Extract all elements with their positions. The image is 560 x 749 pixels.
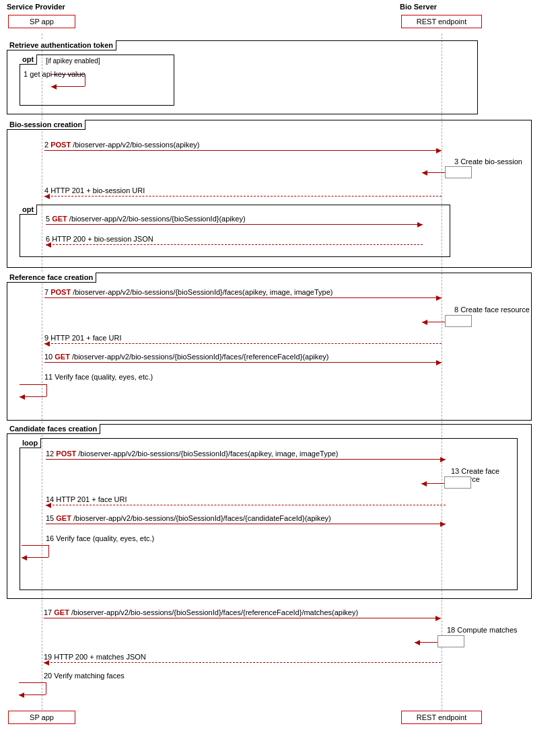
msg-9-label: 9 HTTP 201 + face URI xyxy=(44,334,121,342)
arrow-9 xyxy=(44,343,442,344)
inner-opt-2-label: opt xyxy=(20,205,37,215)
msg-6-label: 6 HTTP 200 + bio-session JSON xyxy=(46,235,153,243)
arrow-12 xyxy=(46,459,446,460)
arrow-13-back xyxy=(421,483,444,484)
arrow-8-back xyxy=(422,322,445,322)
sp-header: Service Provider xyxy=(7,3,65,11)
msg-8-label: 8 Create face resource xyxy=(454,306,530,314)
section-reference-face: Reference face creation 7 POST /bioserve… xyxy=(7,273,532,421)
msg-12-label: 12 POST /bioserver-app/v2/bio-sessions/{… xyxy=(46,450,339,458)
arrow-11-right xyxy=(20,384,46,385)
section-retrieve-auth: Retrieve authentication token opt [if ap… xyxy=(7,40,478,114)
sp-actor-bottom: SP app xyxy=(8,711,75,724)
msg-4-label: 4 HTTP 201 + bio-session URI xyxy=(44,186,145,194)
msg-11-label: 11 Verify face (quality, eyes, etc.) xyxy=(44,373,153,381)
msg-7-label: 7 POST /bioserver-app/v2/bio-sessions/{b… xyxy=(44,288,332,296)
msg-15-label: 15 GET /bioserver-app/v2/bio-sessions/{b… xyxy=(46,514,331,522)
diagram-container: Service Provider Bio Server SP app REST … xyxy=(0,0,560,749)
arrow-7 xyxy=(44,297,442,298)
section-candidate-faces: Candidate faces creation loop 12 POST /b… xyxy=(7,424,532,599)
section-retrieve-auth-label: Retrieve authentication token xyxy=(7,40,116,50)
arrow-16-back xyxy=(22,557,48,558)
arrow-16-right xyxy=(22,545,48,546)
arrow-18-back xyxy=(415,642,438,643)
arrow-2 xyxy=(44,150,442,151)
section-candidate-faces-label: Candidate faces creation xyxy=(7,424,100,434)
self-box-8 xyxy=(445,315,472,327)
self-box-13 xyxy=(444,476,471,489)
inner-opt-frame: opt [if apikey enabled] 1 get api key va… xyxy=(20,55,174,106)
msg-1-label: 1 get api key value xyxy=(24,70,85,78)
bio-actor-top: REST endpoint xyxy=(401,15,482,28)
section-bio-session: Bio-session creation 2 POST /bioserver-a… xyxy=(7,120,532,268)
arrow-11-back xyxy=(20,396,46,397)
arrow-16-down xyxy=(48,545,49,557)
msg-20-label: 20 Verify matching faces xyxy=(44,672,125,680)
msg-5-label: 5 GET /bioserver-app/v2/bio-sessions/{bi… xyxy=(46,215,246,223)
msg-14-label: 14 HTTP 201 + face URI xyxy=(46,495,127,503)
arrow-5 xyxy=(46,224,423,225)
inner-loop-frame: loop 12 POST /bioserver-app/v2/bio-sessi… xyxy=(20,438,518,590)
self-box-18 xyxy=(438,635,464,647)
arrow-20-back xyxy=(19,694,46,695)
arrow-6 xyxy=(46,244,423,245)
arrow-4 xyxy=(44,196,442,197)
inner-opt-label: opt xyxy=(20,55,37,65)
sp-actor-top: SP app xyxy=(8,15,75,28)
self-box-3 xyxy=(445,166,472,178)
arrow-10 xyxy=(44,362,442,363)
msg-16-label: 16 Verify face (quality, eyes, etc.) xyxy=(46,534,154,542)
arrow-19 xyxy=(44,662,441,663)
bio-header: Bio Server xyxy=(400,3,437,11)
arrow-20-down xyxy=(46,682,46,694)
arrow-11-down xyxy=(46,384,47,396)
inner-opt-2-frame: opt 5 GET /bioserver-app/v2/bio-sessions… xyxy=(20,205,450,257)
arrow-3-back xyxy=(422,172,445,173)
msg-17-label: 17 GET /bioserver-app/v2/bio-sessions/{b… xyxy=(44,608,358,616)
bio-actor-bottom: REST endpoint xyxy=(401,711,482,724)
arrow-20-right xyxy=(19,682,46,683)
msg-18-label: 18 Compute matches xyxy=(447,626,518,634)
opt-condition: [if apikey enabled] xyxy=(46,57,100,65)
arrow-15 xyxy=(46,524,446,524)
arrow-1-back xyxy=(51,86,85,87)
arrow-14 xyxy=(46,505,446,505)
msg-19-label: 19 HTTP 200 + matches JSON xyxy=(44,653,146,661)
inner-loop-label: loop xyxy=(20,438,41,448)
msg-2-label: 2 POST /bioserver-app/v2/bio-sessions(ap… xyxy=(44,141,200,149)
section-reference-face-label: Reference face creation xyxy=(7,273,96,283)
section-bio-session-label: Bio-session creation xyxy=(7,120,85,130)
msg-3-label: 3 Create bio-session xyxy=(454,157,522,166)
msg-10-label: 10 GET /bioserver-app/v2/bio-sessions/{b… xyxy=(44,353,329,361)
arrow-17 xyxy=(44,618,441,618)
